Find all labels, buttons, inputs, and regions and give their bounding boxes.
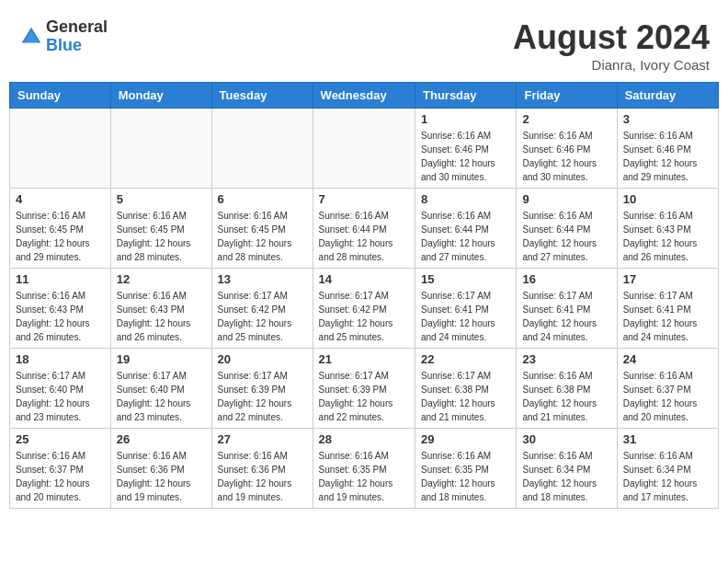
location-subtitle: Dianra, Ivory Coast xyxy=(513,57,710,73)
days-header-row: SundayMondayTuesdayWednesdayThursdayFrid… xyxy=(10,83,719,109)
day-info: Sunrise: 6:16 AM Sunset: 6:35 PM Dayligh… xyxy=(319,449,409,504)
calendar-cell: 22Sunrise: 6:17 AM Sunset: 6:38 PM Dayli… xyxy=(415,349,517,429)
day-info: Sunrise: 6:16 AM Sunset: 6:43 PM Dayligh… xyxy=(16,289,105,344)
day-number: 20 xyxy=(218,352,307,366)
calendar-week-1: 1Sunrise: 6:16 AM Sunset: 6:46 PM Daylig… xyxy=(10,109,719,189)
calendar-cell: 19Sunrise: 6:17 AM Sunset: 6:40 PM Dayli… xyxy=(110,349,211,429)
day-number: 8 xyxy=(421,192,510,206)
calendar-cell: 4Sunrise: 6:16 AM Sunset: 6:45 PM Daylig… xyxy=(10,189,111,269)
calendar-cell: 25Sunrise: 6:16 AM Sunset: 6:37 PM Dayli… xyxy=(10,429,111,509)
day-number: 19 xyxy=(117,352,206,366)
day-info: Sunrise: 6:16 AM Sunset: 6:46 PM Dayligh… xyxy=(421,129,510,184)
calendar-cell: 26Sunrise: 6:16 AM Sunset: 6:36 PM Dayli… xyxy=(110,429,211,509)
day-number: 10 xyxy=(623,192,712,206)
day-info: Sunrise: 6:16 AM Sunset: 6:36 PM Dayligh… xyxy=(117,449,206,504)
calendar-cell: 11Sunrise: 6:16 AM Sunset: 6:43 PM Dayli… xyxy=(10,269,111,349)
calendar-cell: 23Sunrise: 6:16 AM Sunset: 6:38 PM Dayli… xyxy=(517,349,617,429)
day-number: 25 xyxy=(16,432,105,446)
day-info: Sunrise: 6:16 AM Sunset: 6:34 PM Dayligh… xyxy=(623,449,712,504)
day-info: Sunrise: 6:16 AM Sunset: 6:44 PM Dayligh… xyxy=(421,209,510,264)
day-info: Sunrise: 6:16 AM Sunset: 6:46 PM Dayligh… xyxy=(522,129,610,184)
day-number: 9 xyxy=(522,192,610,206)
day-number: 30 xyxy=(522,432,610,446)
calendar-cell: 18Sunrise: 6:17 AM Sunset: 6:40 PM Dayli… xyxy=(10,349,111,429)
calendar-cell: 5Sunrise: 6:16 AM Sunset: 6:45 PM Daylig… xyxy=(110,189,211,269)
calendar-cell: 15Sunrise: 6:17 AM Sunset: 6:41 PM Dayli… xyxy=(415,269,517,349)
day-info: Sunrise: 6:17 AM Sunset: 6:40 PM Dayligh… xyxy=(16,369,105,424)
day-number: 2 xyxy=(522,112,610,126)
day-number: 24 xyxy=(623,352,712,366)
day-info: Sunrise: 6:17 AM Sunset: 6:41 PM Dayligh… xyxy=(522,289,610,344)
logo-blue-text: Blue xyxy=(46,37,108,55)
day-number: 5 xyxy=(117,192,206,206)
day-info: Sunrise: 6:17 AM Sunset: 6:41 PM Dayligh… xyxy=(623,289,712,344)
day-header-sunday: Sunday xyxy=(10,83,111,109)
day-number: 21 xyxy=(319,352,409,366)
day-number: 12 xyxy=(117,272,206,286)
day-header-saturday: Saturday xyxy=(617,83,718,109)
calendar-week-5: 25Sunrise: 6:16 AM Sunset: 6:37 PM Dayli… xyxy=(10,429,719,509)
day-number: 7 xyxy=(319,192,409,206)
day-info: Sunrise: 6:16 AM Sunset: 6:43 PM Dayligh… xyxy=(623,209,712,264)
calendar-cell: 3Sunrise: 6:16 AM Sunset: 6:46 PM Daylig… xyxy=(617,109,718,189)
logo-general-text: General xyxy=(46,18,108,37)
day-info: Sunrise: 6:16 AM Sunset: 6:45 PM Dayligh… xyxy=(117,209,206,264)
month-title: August 2024 xyxy=(513,18,710,57)
day-number: 14 xyxy=(319,272,409,286)
logo-icon xyxy=(18,24,44,50)
calendar-cell: 8Sunrise: 6:16 AM Sunset: 6:44 PM Daylig… xyxy=(415,189,517,269)
day-header-thursday: Thursday xyxy=(415,83,517,109)
calendar-cell: 7Sunrise: 6:16 AM Sunset: 6:44 PM Daylig… xyxy=(313,189,415,269)
day-info: Sunrise: 6:17 AM Sunset: 6:42 PM Dayligh… xyxy=(218,289,307,344)
calendar-cell: 27Sunrise: 6:16 AM Sunset: 6:36 PM Dayli… xyxy=(211,429,313,509)
day-header-monday: Monday xyxy=(110,83,211,109)
day-info: Sunrise: 6:16 AM Sunset: 6:37 PM Dayligh… xyxy=(16,449,105,504)
calendar-cell: 12Sunrise: 6:16 AM Sunset: 6:43 PM Dayli… xyxy=(110,269,211,349)
day-info: Sunrise: 6:16 AM Sunset: 6:44 PM Dayligh… xyxy=(522,209,610,264)
calendar-cell: 13Sunrise: 6:17 AM Sunset: 6:42 PM Dayli… xyxy=(211,269,313,349)
day-number: 6 xyxy=(218,192,307,206)
calendar-cell: 1Sunrise: 6:16 AM Sunset: 6:46 PM Daylig… xyxy=(415,109,517,189)
calendar-cell: 21Sunrise: 6:17 AM Sunset: 6:39 PM Dayli… xyxy=(313,349,415,429)
day-info: Sunrise: 6:16 AM Sunset: 6:38 PM Dayligh… xyxy=(522,369,610,424)
day-number: 16 xyxy=(522,272,610,286)
day-header-tuesday: Tuesday xyxy=(211,83,313,109)
calendar-cell: 6Sunrise: 6:16 AM Sunset: 6:45 PM Daylig… xyxy=(211,189,313,269)
day-number: 3 xyxy=(623,112,712,126)
title-area: August 2024 Dianra, Ivory Coast xyxy=(513,18,710,73)
day-info: Sunrise: 6:16 AM Sunset: 6:46 PM Dayligh… xyxy=(623,129,712,184)
day-info: Sunrise: 6:16 AM Sunset: 6:44 PM Dayligh… xyxy=(319,209,409,264)
logo: General Blue xyxy=(18,18,108,55)
calendar-cell xyxy=(211,109,313,189)
day-info: Sunrise: 6:17 AM Sunset: 6:40 PM Dayligh… xyxy=(117,369,206,424)
day-number: 26 xyxy=(117,432,206,446)
calendar-cell: 10Sunrise: 6:16 AM Sunset: 6:43 PM Dayli… xyxy=(617,189,718,269)
day-info: Sunrise: 6:16 AM Sunset: 6:45 PM Dayligh… xyxy=(218,209,307,264)
day-info: Sunrise: 6:16 AM Sunset: 6:34 PM Dayligh… xyxy=(522,449,610,504)
calendar-cell: 29Sunrise: 6:16 AM Sunset: 6:35 PM Dayli… xyxy=(415,429,517,509)
day-number: 11 xyxy=(16,272,105,286)
calendar-week-2: 4Sunrise: 6:16 AM Sunset: 6:45 PM Daylig… xyxy=(10,189,719,269)
day-number: 15 xyxy=(421,272,510,286)
calendar-cell: 2Sunrise: 6:16 AM Sunset: 6:46 PM Daylig… xyxy=(517,109,617,189)
day-number: 27 xyxy=(218,432,307,446)
day-info: Sunrise: 6:17 AM Sunset: 6:39 PM Dayligh… xyxy=(218,369,307,424)
calendar-cell xyxy=(313,109,415,189)
calendar-week-4: 18Sunrise: 6:17 AM Sunset: 6:40 PM Dayli… xyxy=(10,349,719,429)
calendar-cell: 14Sunrise: 6:17 AM Sunset: 6:42 PM Dayli… xyxy=(313,269,415,349)
calendar-cell: 24Sunrise: 6:16 AM Sunset: 6:37 PM Dayli… xyxy=(617,349,718,429)
day-number: 29 xyxy=(421,432,510,446)
day-number: 18 xyxy=(16,352,105,366)
calendar-cell: 17Sunrise: 6:17 AM Sunset: 6:41 PM Dayli… xyxy=(617,269,718,349)
day-number: 1 xyxy=(421,112,510,126)
day-info: Sunrise: 6:17 AM Sunset: 6:42 PM Dayligh… xyxy=(319,289,409,344)
calendar-table: SundayMondayTuesdayWednesdayThursdayFrid… xyxy=(9,82,719,509)
calendar-cell: 16Sunrise: 6:17 AM Sunset: 6:41 PM Dayli… xyxy=(517,269,617,349)
calendar-cell: 31Sunrise: 6:16 AM Sunset: 6:34 PM Dayli… xyxy=(617,429,718,509)
calendar-cell: 30Sunrise: 6:16 AM Sunset: 6:34 PM Dayli… xyxy=(517,429,617,509)
calendar-cell: 20Sunrise: 6:17 AM Sunset: 6:39 PM Dayli… xyxy=(211,349,313,429)
day-info: Sunrise: 6:16 AM Sunset: 6:36 PM Dayligh… xyxy=(218,449,307,504)
calendar-cell xyxy=(10,109,111,189)
day-info: Sunrise: 6:17 AM Sunset: 6:41 PM Dayligh… xyxy=(421,289,510,344)
day-info: Sunrise: 6:16 AM Sunset: 6:37 PM Dayligh… xyxy=(623,369,712,424)
